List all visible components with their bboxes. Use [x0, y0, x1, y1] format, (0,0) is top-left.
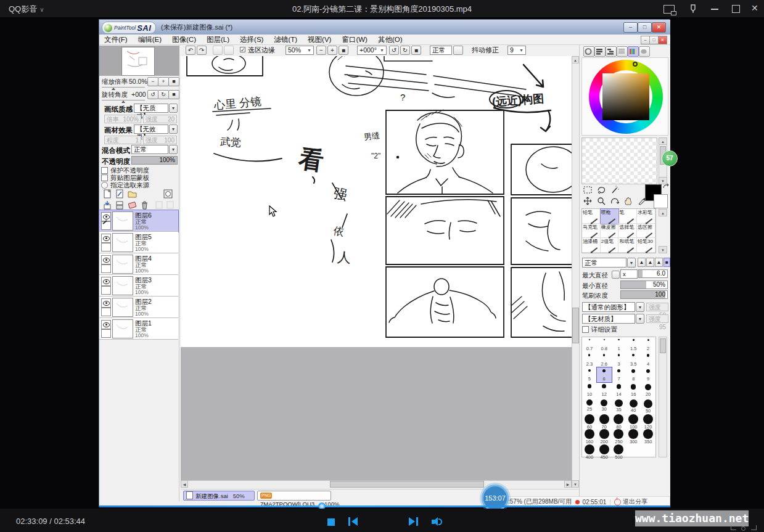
rotate-reset-button[interactable]: ■ — [411, 46, 421, 55]
brush-size-cell[interactable]: 2.3 — [582, 352, 597, 367]
scratchpad[interactable] — [581, 137, 657, 184]
canvas-viewport[interactable]: 心里 分镜 武觉 看 男缝 "2" ? (远近)构图 强 依 人 — [181, 56, 572, 480]
size-grid-scrollbar[interactable] — [659, 337, 667, 457]
jitter-select[interactable]: 9▼ — [507, 46, 526, 55]
exit-share-button[interactable]: 退出分享 — [623, 497, 647, 506]
hue-selector[interactable] — [633, 62, 638, 67]
max-diameter-slider[interactable]: 6.0 — [638, 269, 668, 278]
brush-size-cell[interactable]: 20 — [641, 382, 655, 397]
layer-row[interactable]: 图层3 正常 100% — [99, 275, 178, 297]
sai-maximize-button[interactable]: □ — [638, 22, 652, 33]
brush-size-cell[interactable]: 0.8 — [597, 337, 612, 352]
sai-mdi-maximize[interactable]: □ — [649, 36, 659, 44]
layer-row[interactable]: 图层5 正常 100% — [99, 232, 178, 253]
timer-badge[interactable]: 153:07 — [482, 485, 509, 512]
toggle-scratchpad-icon[interactable] — [639, 46, 650, 57]
brush-scroll-down-icon[interactable]: ▼ — [659, 246, 667, 253]
scroll-up-icon[interactable]: ▲ — [572, 56, 579, 63]
brush-shape-dd-button[interactable]: ▼ — [636, 302, 644, 312]
pin-icon[interactable] — [689, 4, 697, 13]
layer-row[interactable]: 图层2 正常 100% — [99, 297, 178, 318]
nav-rotate-cw-button[interactable]: ↻ — [158, 90, 169, 99]
brush-size-cell[interactable]: 12 — [597, 382, 612, 397]
saturation-value-square[interactable] — [602, 73, 649, 120]
sai-close-button[interactable]: ✕ — [652, 22, 666, 33]
advanced-settings-checkbox[interactable] — [582, 326, 589, 333]
clipping-mask-row[interactable]: 剪贴图层蒙板 — [101, 174, 149, 181]
brush-size-cell[interactable]: 50 — [641, 398, 655, 412]
maximize-button[interactable] — [732, 5, 740, 13]
brush-edge-medium-icon[interactable]: ▲ — [646, 258, 654, 267]
brush-shape-select[interactable]: 【通常的圆形】 — [582, 302, 635, 312]
brush-cell[interactable]: 马克笔 — [582, 224, 601, 239]
horizontal-scroll-thumb[interactable] — [330, 481, 484, 488]
stop-button[interactable] — [327, 518, 335, 526]
layer-paint-flag[interactable] — [101, 308, 111, 316]
zoom-select[interactable]: 50%▼ — [285, 46, 314, 55]
min-diameter-slider[interactable]: 50% — [620, 280, 668, 289]
brush-edge-square-icon[interactable]: ■ — [663, 258, 670, 267]
brush-size-cell[interactable]: 40 — [626, 398, 641, 412]
volume-button[interactable] — [432, 517, 443, 526]
max-diameter-multiplier[interactable]: x 1.0 — [620, 269, 638, 279]
layer-mask-icon[interactable] — [163, 189, 174, 198]
brush-size-cell[interactable]: 200 — [597, 427, 612, 442]
brush-size-cell[interactable]: 5 — [582, 367, 597, 382]
selection-source-row[interactable]: 指定选取来源 — [101, 182, 149, 189]
paper-texture-dd-button[interactable]: ▼ — [169, 104, 178, 113]
brush-cell[interactable]: 橡皮擦 — [601, 224, 619, 239]
video-frame[interactable]: PaintTool SAI (未保存)新建图像.sai (*) – □ ✕ 文件… — [99, 17, 670, 509]
toggle-color-mixer-icon[interactable] — [617, 46, 628, 57]
nav-zoom-in-button[interactable]: + — [158, 77, 169, 86]
brush-size-cell[interactable]: 8 — [626, 367, 641, 382]
nav-zoom-slider[interactable] — [102, 87, 145, 88]
paper-texture-select[interactable]: 【无质感】 — [134, 104, 168, 113]
brush-cell[interactable]: 2值笔 — [601, 238, 619, 253]
size-scroll-thumb[interactable] — [660, 338, 666, 353]
brush-size-cell[interactable]: 4 — [641, 352, 655, 367]
share-count-badge[interactable]: 57 — [662, 150, 678, 166]
scroll-down-icon[interactable]: ▼ — [572, 480, 579, 488]
max-diameter-unit-button[interactable] — [612, 271, 620, 279]
canvas-vertical-scrollbar[interactable]: ▲ ▼ — [572, 56, 579, 488]
vertical-scroll-thumb[interactable] — [572, 308, 579, 343]
marquee-tool-icon[interactable] — [583, 186, 594, 195]
sai-mdi-minimize[interactable]: – — [641, 36, 650, 44]
brush-cell[interactable]: 选区擦 — [637, 224, 655, 239]
brush-size-cell[interactable]: 1.5 — [626, 337, 641, 352]
new-vector-layer-icon[interactable] — [115, 189, 126, 198]
lasso-tool-icon[interactable] — [596, 186, 607, 195]
background-color-swatch[interactable] — [654, 194, 668, 208]
density-slider[interactable]: 100 — [620, 290, 668, 299]
mini-mode-icon[interactable] — [663, 5, 675, 14]
canvas-area[interactable]: 心里 分镜 武觉 看 男缝 "2" ? (远近)构图 强 依 人 ▲ — [181, 56, 579, 488]
brush-cell[interactable]: 笔 — [618, 209, 637, 224]
nav-rotate-reset-button[interactable]: ■ — [168, 90, 179, 99]
zoom-tool-icon[interactable] — [596, 197, 607, 206]
layer-visibility-toggle[interactable] — [101, 277, 111, 286]
zoom-reset-button[interactable]: ■ — [339, 46, 348, 55]
toggle-rgb-slider-icon[interactable] — [594, 46, 606, 57]
rotate-ccw-button[interactable]: ↺ — [389, 46, 399, 55]
layer-paint-flag[interactable] — [101, 286, 111, 295]
brush-size-cell[interactable]: 10 — [582, 382, 597, 397]
paper-scale-input[interactable]: 倍率 100% — [104, 115, 141, 123]
nav-rotate-ccw-button[interactable]: ↺ — [147, 90, 158, 99]
brush-size-cell[interactable]: 450 — [597, 443, 612, 457]
layer-visibility-toggle[interactable] — [101, 255, 111, 264]
brush-cell[interactable]: 和纸笔 — [618, 238, 637, 253]
toggle-color-wheel-icon[interactable] — [583, 46, 594, 57]
zoom-out-button[interactable]: − — [316, 46, 326, 55]
brush-size-cell[interactable]: 250 — [612, 427, 626, 442]
layer-paint-flag[interactable] — [101, 243, 111, 252]
effect-degree-input[interactable]: 程度 1 — [104, 136, 141, 144]
hand-tool-icon[interactable] — [623, 197, 635, 206]
menu-item[interactable]: 图像(C) — [172, 35, 196, 44]
brush-size-cell[interactable]: 16 — [626, 382, 641, 397]
toggle-swatches-icon[interactable] — [628, 46, 639, 57]
nav-zoom-out-button[interactable]: − — [147, 77, 158, 86]
brush-size-cell[interactable]: 70 — [597, 412, 612, 427]
layer-row[interactable]: 图层6 正常 100% — [99, 210, 178, 232]
toggle-hsv-slider-icon[interactable] — [606, 46, 617, 57]
brush-texture-dd-button[interactable]: ▼ — [636, 314, 644, 324]
